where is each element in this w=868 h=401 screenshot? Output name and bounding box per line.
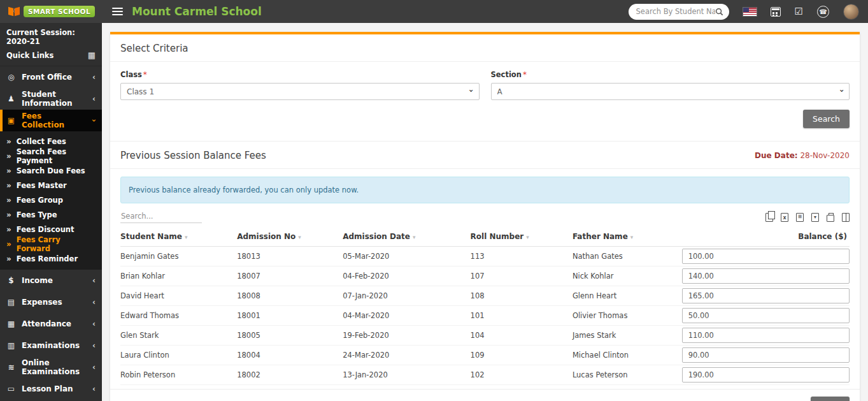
admission-date-cell: 05-Mar-2020 [343, 247, 470, 266]
header-actions: ☑ ☎ [629, 4, 868, 20]
sidebar-item-label: Lesson Plan [22, 384, 73, 393]
sidebar-item-student-information[interactable]: ♟ Student Information ‹ [0, 88, 102, 110]
print-icon[interactable] [827, 215, 834, 222]
chevron-left-icon: ‹ [92, 363, 96, 372]
roll-number-cell: 104 [471, 326, 573, 346]
chevron-left-icon: ‹ [92, 94, 96, 103]
pdf-export-icon[interactable] [811, 213, 819, 222]
sidebar-item-online-examinations[interactable]: ≋ Online Examinations ‹ [0, 356, 102, 378]
sidebar-item-attendance[interactable]: ▦ Attendance ‹ [0, 313, 102, 335]
chevron-left-icon: ‹ [92, 384, 96, 393]
calendar-icon[interactable] [771, 7, 781, 17]
father-name-cell: Glenn Heart [573, 286, 682, 306]
grid-icon[interactable]: ▦ [88, 50, 96, 60]
balance-input[interactable] [682, 347, 850, 363]
sidebar-item-label: Income [22, 276, 53, 285]
submenu-item-fees-master[interactable]: »Fees Master [0, 178, 102, 193]
submenu-item-search-due-fees[interactable]: »Search Due Fees [0, 163, 102, 178]
search-button[interactable]: Search [803, 110, 850, 128]
father-name-cell: Nathan Gates [573, 247, 682, 266]
table-row: David Heart 18008 07-Jan-2020 108 Glenn … [120, 286, 850, 306]
whatsapp-icon[interactable]: ☎ [817, 6, 829, 18]
excel-export-icon[interactable] [781, 213, 788, 222]
table-filter-input[interactable] [120, 210, 202, 223]
app-logo[interactable]: SMART SCHOOL [0, 0, 102, 23]
submenu-item-fees-group[interactable]: »Fees Group [0, 193, 102, 207]
table-row: Brian Kohlar 18007 04-Feb-2020 107 Nick … [120, 266, 850, 286]
balance-input[interactable] [682, 249, 850, 264]
chevron-left-icon: ‹ [92, 276, 96, 285]
section-select[interactable]: A [491, 83, 850, 100]
admission-no-cell: 18002 [237, 365, 343, 385]
attendance-icon: ▦ [6, 319, 16, 328]
column-header-father-name[interactable]: Father Name▾ [573, 227, 682, 247]
class-field-group: Class* Class 1 › [120, 70, 480, 100]
submenu-item-fees-carry-forward[interactable]: »Fees Carry Forward [0, 237, 102, 251]
column-visibility-icon[interactable] [842, 213, 850, 222]
submenu-item-label: Collect Fees [17, 137, 66, 146]
father-name-cell: James Stark [573, 326, 682, 346]
export-tools [765, 213, 850, 223]
tasks-icon[interactable]: ☑ [795, 7, 803, 17]
double-arrow-icon: » [6, 181, 11, 190]
hamburger-menu-icon[interactable] [112, 11, 123, 12]
copy-icon[interactable] [765, 213, 773, 222]
roll-number-cell: 109 [471, 346, 573, 365]
submenu-item-search-fees-payment[interactable]: »Search Fees Payment [0, 149, 102, 163]
student-name-cell: Edward Thomas [120, 306, 237, 326]
sort-icon: ▾ [298, 234, 301, 240]
admission-no-cell: 18013 [237, 247, 343, 266]
sidebar-item-front-office[interactable]: ◎ Front Office ‹ [0, 66, 102, 88]
balance-input[interactable] [682, 328, 850, 343]
table-row: Laura Clinton 18004 24-Mar-2020 109 Mich… [120, 346, 850, 365]
language-flag-icon[interactable] [743, 8, 757, 16]
csv-export-icon[interactable] [796, 213, 804, 222]
balance-input[interactable] [682, 367, 850, 383]
column-header-admission-no[interactable]: Admission No▾ [237, 227, 343, 247]
submenu-item-fees-reminder[interactable]: »Fees Reminder [0, 251, 102, 266]
submenu-item-label: Search Fees Payment [17, 147, 96, 165]
column-header-balance[interactable]: Balance ($) [682, 227, 850, 247]
search-icon[interactable] [715, 8, 723, 16]
admission-no-cell: 18001 [237, 306, 343, 326]
column-header-roll-number[interactable]: Roll Number▾ [471, 227, 573, 247]
sidebar-item-label: Expenses [22, 298, 62, 307]
session-block: Current Session: 2020-21 Quick Links ▦ [0, 23, 102, 66]
student-name-cell: Glen Stark [120, 326, 237, 346]
double-arrow-icon: » [6, 225, 11, 234]
student-search-input[interactable] [636, 7, 715, 16]
logo-text: SMART SCHOOL [24, 6, 95, 17]
submenu-item-label: Fees Group [17, 196, 63, 205]
sidebar-item-income[interactable]: $ Income ‹ [0, 270, 102, 291]
class-select[interactable]: Class 1 [120, 83, 480, 100]
balance-input[interactable] [682, 308, 850, 323]
admission-no-cell: 18005 [237, 326, 343, 346]
income-icon: $ [6, 276, 16, 285]
quick-links[interactable]: Quick Links ▦ [6, 50, 96, 60]
sidebar-item-fees-collection[interactable]: ▣ Fees Collection ‹ [0, 110, 102, 131]
front-office-icon: ◎ [6, 73, 16, 82]
balance-input[interactable] [682, 288, 850, 303]
sidebar-item-expenses[interactable]: ▤ Expenses ‹ [0, 291, 102, 313]
user-avatar[interactable] [843, 4, 859, 20]
father-name-cell: Nick Kohlar [573, 266, 682, 286]
sidebar-item-label: Attendance [22, 319, 71, 328]
table-row: Glen Stark 18005 19-Feb-2020 104 James S… [120, 326, 850, 346]
expenses-icon: ▤ [6, 298, 16, 307]
submenu-item-fees-type[interactable]: »Fees Type [0, 207, 102, 222]
select-criteria-title: Select Criteria [120, 43, 189, 54]
sidebar-item-examinations[interactable]: ▥ Examinations ‹ [0, 335, 102, 356]
table-row: Robin Peterson 18002 13-Jan-2020 102 Luc… [120, 365, 850, 385]
submenu-item-label: Search Due Fees [17, 166, 85, 175]
sort-icon: ▾ [413, 234, 416, 240]
save-button[interactable]: Save [811, 397, 850, 401]
father-name-cell: Lucas Peterson [573, 365, 682, 385]
balance-input[interactable] [682, 268, 850, 284]
admission-date-cell: 07-Jan-2020 [343, 286, 470, 306]
column-header-student-name[interactable]: Student Name▾ [120, 227, 237, 247]
table-header-row: Student Name▾ Admission No▾ Admission Da… [120, 227, 850, 247]
column-header-admission-date[interactable]: Admission Date▾ [343, 227, 470, 247]
sidebar-item-lesson-plan[interactable]: ▭ Lesson Plan ‹ [0, 378, 102, 400]
sort-icon: ▾ [185, 234, 188, 240]
submenu-item-label: Fees Reminder [17, 254, 78, 263]
